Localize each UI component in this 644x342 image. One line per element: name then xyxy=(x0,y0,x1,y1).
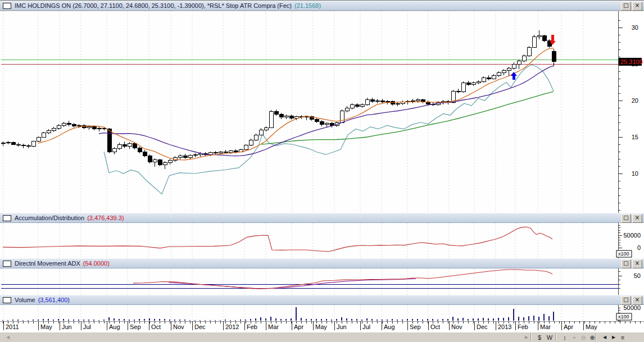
svg-text:2013: 2013 xyxy=(498,323,511,330)
chart-window: IMC HOLDINGS ON (26.7000, 27.1100, 24.68… xyxy=(0,0,644,342)
maximize-icon[interactable]: □ xyxy=(621,214,631,223)
adx-value: (54.0000) xyxy=(83,260,110,267)
maximize-icon[interactable]: □ xyxy=(621,259,631,268)
svg-text:x100: x100 xyxy=(618,314,629,320)
svg-text:10: 10 xyxy=(632,170,638,177)
svg-text:Mar: Mar xyxy=(540,323,551,330)
svg-text:Sep: Sep xyxy=(410,323,421,330)
accum-dist-titlebar[interactable]: Accumulation/Distribution (3,476,439.3) … xyxy=(0,213,644,223)
accum-dist-title: Accumulation/Distribution xyxy=(15,215,84,221)
svg-text:Jun: Jun xyxy=(62,323,72,330)
pane-icon[interactable] xyxy=(3,215,11,221)
pane-icon[interactable] xyxy=(3,297,11,303)
volume-titlebar[interactable]: Volume (3,561,400) □ × xyxy=(0,295,644,305)
refresh-icon[interactable]: $ xyxy=(535,334,544,341)
toolbar-separator xyxy=(530,334,532,341)
volume-title: Volume xyxy=(15,297,35,303)
status-toolbar: ◀▶$W↕+⊖⊕◀▶≡ xyxy=(0,332,644,342)
toolbar-separator xyxy=(555,334,556,341)
svg-text:30: 30 xyxy=(632,24,638,31)
svg-text:Oct: Oct xyxy=(151,323,161,330)
svg-text:20: 20 xyxy=(632,97,638,104)
fit-scale-icon[interactable]: ↕ xyxy=(560,334,569,341)
scroll-right-icon[interactable]: ▶ xyxy=(522,334,531,341)
adx-titlebar[interactable]: Directnl Movement ADX (54.0000) □ × xyxy=(0,258,644,268)
pane-icon[interactable] xyxy=(3,3,11,9)
svg-text:May: May xyxy=(40,323,52,330)
svg-text:2012: 2012 xyxy=(225,323,239,330)
svg-text:Dec: Dec xyxy=(477,323,488,330)
svg-text:x100: x100 xyxy=(618,251,629,257)
svg-text:Nov: Nov xyxy=(173,323,184,330)
svg-text:Dec: Dec xyxy=(194,323,206,330)
svg-text:Jun: Jun xyxy=(337,323,347,330)
svg-text:50: 50 xyxy=(634,272,641,279)
svg-text:May: May xyxy=(586,323,597,330)
menu-icon[interactable]: ≡ xyxy=(618,334,627,341)
svg-text:May: May xyxy=(315,323,327,330)
volume-plot[interactable]: 50000x100 xyxy=(0,305,644,321)
maximize-icon[interactable]: □ xyxy=(621,296,631,305)
svg-text:25.3100: 25.3100 xyxy=(620,58,643,65)
next-icon[interactable]: ▶ xyxy=(609,334,618,341)
svg-text:Sep: Sep xyxy=(130,323,141,330)
svg-text:50000: 50000 xyxy=(623,232,641,239)
pan-icon[interactable]: + xyxy=(570,334,579,341)
svg-text:Feb: Feb xyxy=(518,323,528,330)
svg-text:15: 15 xyxy=(632,134,638,140)
weekly-icon[interactable]: W xyxy=(545,334,554,341)
svg-text:Apr: Apr xyxy=(294,323,303,330)
svg-text:Mar: Mar xyxy=(268,323,279,330)
close-icon[interactable]: × xyxy=(632,296,642,305)
volume-value: (3,561,400) xyxy=(38,297,70,303)
close-icon[interactable]: × xyxy=(632,2,642,11)
svg-text:50000: 50000 xyxy=(623,305,641,311)
svg-text:Aug: Aug xyxy=(384,323,395,330)
main-panel-titlebar[interactable]: IMC HOLDINGS ON (26.7000, 27.1100, 24.68… xyxy=(0,1,644,11)
close-icon[interactable]: × xyxy=(632,259,642,268)
svg-text:Nov: Nov xyxy=(451,323,462,330)
close-icon[interactable]: × xyxy=(632,214,642,223)
svg-text:Apr: Apr xyxy=(564,323,573,330)
svg-text:Jul: Jul xyxy=(362,323,370,330)
toolbar-separator xyxy=(596,334,597,341)
adx-plot[interactable]: 50 xyxy=(0,268,644,295)
svg-text:2011: 2011 xyxy=(6,323,19,330)
svg-text:Feb: Feb xyxy=(247,323,257,330)
accum-dist-value: (3,476,439.3) xyxy=(87,215,124,221)
prev-icon[interactable]: ◀ xyxy=(600,334,609,341)
main-panel-title: IMC HOLDINGS ON (26.7000, 27.1100, 24.68… xyxy=(15,2,292,9)
svg-text:0: 0 xyxy=(637,244,641,251)
date-axis: 2011MayJunJulAugSepOctNovDec2012FebMarAp… xyxy=(0,321,644,332)
maximize-icon[interactable]: □ xyxy=(621,2,631,11)
scroll-left-icon[interactable]: ◀ xyxy=(3,334,12,341)
svg-text:Aug: Aug xyxy=(109,323,120,330)
pane-icon[interactable] xyxy=(3,261,11,267)
accum-dist-plot[interactable]: 500000x100 xyxy=(0,223,644,258)
main-panel-value: (21.1568) xyxy=(294,2,321,9)
zoom-out-icon[interactable]: ⊖ xyxy=(579,334,588,341)
adx-title: Directnl Movement ADX xyxy=(15,260,80,267)
svg-text:Jul: Jul xyxy=(83,323,91,330)
svg-text:Oct: Oct xyxy=(430,323,440,330)
main-chart-plot[interactable]: 101520253025.3100 xyxy=(0,11,644,213)
